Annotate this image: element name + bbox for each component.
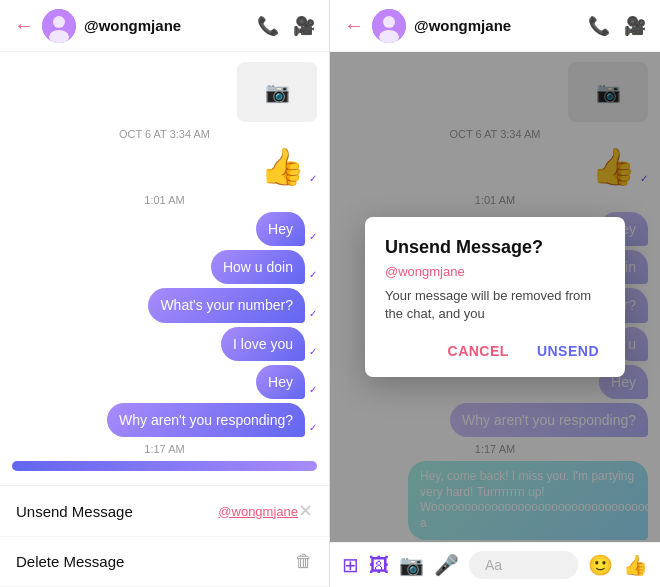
bubble-number: What's your number? xyxy=(148,288,305,322)
right-phone-icon[interactable]: 📞 xyxy=(588,15,610,37)
delete-label: Delete Message xyxy=(16,553,295,570)
typing-indicator xyxy=(12,461,317,471)
dialog-username: @wongmjane xyxy=(385,264,605,279)
right-username: @wongmjane xyxy=(414,17,588,34)
table-row: What's your number? ✓ xyxy=(12,288,317,322)
unsend-action[interactable]: Unsend Message @wongmjane ✕ xyxy=(0,486,329,537)
video-icon[interactable]: 🎥 xyxy=(293,15,315,37)
emoji-icon[interactable]: 🙂 xyxy=(588,553,613,577)
dialog-actions: CANCEL UNSEND xyxy=(385,339,605,363)
table-row: Why aren't you responding? ✓ xyxy=(12,403,317,437)
table-row: How u doin ✓ xyxy=(12,250,317,284)
check-6: ✓ xyxy=(309,422,317,433)
camera-toolbar-icon[interactable]: 📷 xyxy=(399,553,424,577)
modal-overlay: Unsend Message? @wongmjane Your message … xyxy=(330,52,660,542)
check-sent: ✓ xyxy=(309,173,317,184)
right-avatar xyxy=(372,9,406,43)
trash-icon: 🗑 xyxy=(295,551,313,572)
right-panel: ← @wongmjane 📞 🎥 📷 OCT 6 AT 3:34 AM 👍 ✓ xyxy=(330,0,660,587)
unsend-button[interactable]: UNSEND xyxy=(531,339,605,363)
sticker-row: 📷 xyxy=(12,62,317,122)
right-top-icons: 📞 🎥 xyxy=(588,15,646,37)
bubble-hey2: Hey xyxy=(256,365,305,399)
dialog-body: Your message will be removed from the ch… xyxy=(385,287,605,323)
camera-icon: 📷 xyxy=(265,80,290,104)
check-2: ✓ xyxy=(309,269,317,280)
left-chat-area: 📷 OCT 6 AT 3:34 AM 👍 ✓ 1:01 AM Hey ✓ How… xyxy=(0,52,329,485)
bubble-how: How u doin xyxy=(211,250,305,284)
right-topbar: ← @wongmjane 📞 🎥 xyxy=(330,0,660,52)
image-icon[interactable]: 🖼 xyxy=(369,554,389,577)
svg-point-1 xyxy=(53,16,65,28)
right-back-icon[interactable]: ← xyxy=(344,14,364,37)
thumbup-sticker: 👍 xyxy=(260,146,305,188)
action-sheet: Unsend Message @wongmjane ✕ Delete Messa… xyxy=(0,485,329,587)
cancel-button[interactable]: CANCEL xyxy=(442,339,515,363)
check-1: ✓ xyxy=(309,231,317,242)
unsend-label: Unsend Message xyxy=(16,503,210,520)
dialog-title: Unsend Message? xyxy=(385,237,605,258)
message-input[interactable]: Aa xyxy=(469,551,578,579)
unsend-dialog: Unsend Message? @wongmjane Your message … xyxy=(365,217,625,377)
like-icon[interactable]: 👍 xyxy=(623,553,648,577)
image-placeholder: 📷 xyxy=(237,62,317,122)
time-label-1: 1:01 AM xyxy=(12,194,317,206)
thumbup-row: 👍 ✓ xyxy=(12,146,317,188)
mic-icon[interactable]: 🎤 xyxy=(434,553,459,577)
bubble-love: I love you xyxy=(221,327,305,361)
table-row: Hey ✓ xyxy=(12,212,317,246)
back-icon[interactable]: ← xyxy=(14,14,34,37)
left-panel: ← @wongmjane 📞 🎥 📷 OCT 6 AT 3:34 AM 👍 ✓ xyxy=(0,0,330,587)
right-bottom-toolbar: ⊞ 🖼 📷 🎤 Aa 🙂 👍 xyxy=(330,542,660,587)
left-username: @wongmjane xyxy=(84,17,257,34)
left-topbar: ← @wongmjane 📞 🎥 xyxy=(0,0,329,52)
phone-icon[interactable]: 📞 xyxy=(257,15,279,37)
bubble-hey: Hey xyxy=(256,212,305,246)
grid-icon[interactable]: ⊞ xyxy=(342,553,359,577)
table-row: Hey ✓ xyxy=(12,365,317,399)
date-label: OCT 6 AT 3:34 AM xyxy=(12,128,317,140)
unsend-tag: @wongmjane xyxy=(218,504,298,519)
right-chat-area: 📷 OCT 6 AT 3:34 AM 👍 ✓ 1:01 AM Hey doin … xyxy=(330,52,660,542)
avatar xyxy=(42,9,76,43)
bubble-respond: Why aren't you responding? xyxy=(107,403,305,437)
svg-point-4 xyxy=(383,16,395,28)
check-5: ✓ xyxy=(309,384,317,395)
right-video-icon[interactable]: 🎥 xyxy=(624,15,646,37)
close-icon[interactable]: ✕ xyxy=(298,500,313,522)
table-row: I love you ✓ xyxy=(12,327,317,361)
top-icons: 📞 🎥 xyxy=(257,15,315,37)
check-3: ✓ xyxy=(309,308,317,319)
time-label-2: 1:17 AM xyxy=(12,443,317,455)
delete-action[interactable]: Delete Message 🗑 xyxy=(0,537,329,587)
check-4: ✓ xyxy=(309,346,317,357)
